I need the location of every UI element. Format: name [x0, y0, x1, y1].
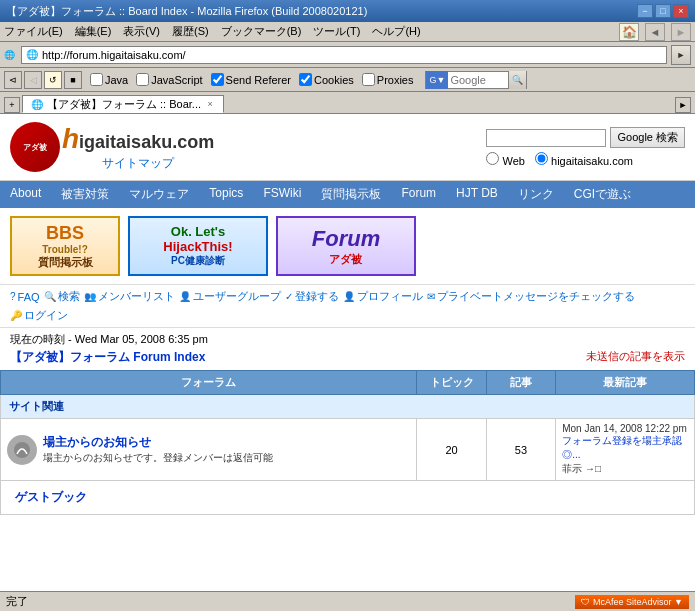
title-bar: 【アダ被】フォーラム :: Board Index - Mozilla Fire… [0, 0, 695, 22]
menu-help[interactable]: ヘルプ(H) [372, 24, 420, 39]
forum-desc: 場主からのお知らせです。登録メンバーは返信可能 [43, 451, 273, 465]
cookies-checkbox-group: Cookies [299, 73, 354, 86]
home-icon[interactable]: 🏠 [619, 23, 639, 41]
nav-forum[interactable]: Forum [391, 181, 446, 208]
address-text[interactable]: http://forum.higaitaisaku.com/ [42, 49, 186, 61]
faq-icon: ? [10, 291, 16, 302]
proxies-checkbox[interactable] [362, 73, 375, 86]
nav-malware[interactable]: マルウェア [119, 181, 199, 208]
logo-area: アダ被 higaitaisaku.com サイトマップ [10, 122, 214, 172]
banner3-line1: Forum [312, 226, 380, 252]
javascript-label: JavaScript [151, 74, 202, 86]
menu-view[interactable]: 表示(V) [123, 24, 160, 39]
quicklink-pm[interactable]: ✉プライベートメッセージをチェックする [427, 289, 635, 304]
guestbook-row: ゲストブック [1, 481, 695, 515]
sendreferer-checkbox[interactable] [211, 73, 224, 86]
javascript-checkbox[interactable] [136, 73, 149, 86]
back-icon[interactable]: ◄ [645, 23, 665, 41]
banner1-line3: 質問掲示板 [38, 255, 93, 270]
google-site-input[interactable] [486, 129, 606, 147]
tab-scroll-icon[interactable]: ► [675, 97, 691, 113]
proxies-checkbox-group: Proxies [362, 73, 414, 86]
guestbook-link[interactable]: ゲストブック [7, 485, 688, 510]
toolbar-icons: ⊲ ◁ ↺ ■ [4, 71, 82, 89]
group-icon: 👤 [179, 291, 191, 302]
refresh-icon[interactable]: ↺ [44, 71, 62, 89]
forum-index-title[interactable]: 【アダ被】フォーラム Forum Index [10, 350, 205, 364]
banner-forum[interactable]: Forum アダ被 [276, 216, 416, 276]
banner-hijack[interactable]: Ok. Let's HijackThis! PC健康診断 [128, 216, 268, 276]
menu-tools[interactable]: ツール(T) [313, 24, 360, 39]
forum-link[interactable]: 場主からのお知らせ [43, 434, 273, 451]
cookies-checkbox[interactable] [299, 73, 312, 86]
tab-icon: 🌐 [31, 99, 43, 110]
menu-edit[interactable]: 編集(E) [75, 24, 112, 39]
prev-icon[interactable]: ◁ [24, 71, 42, 89]
nav-topics[interactable]: Topics [199, 181, 253, 208]
nav-higai[interactable]: 被害対策 [51, 181, 119, 208]
address-label: 🌐 [4, 50, 15, 60]
menu-file[interactable]: ファイル(E) [4, 24, 63, 39]
quicklink-memberlist[interactable]: 👥メンバーリスト [84, 289, 175, 304]
sendreferer-checkbox-group: Send Referer [211, 73, 291, 86]
radio-domain-label[interactable]: higaitaisaku.com [535, 152, 633, 167]
java-checkbox[interactable] [90, 73, 103, 86]
radio-domain[interactable] [535, 152, 548, 165]
address-bar[interactable]: 🌐 http://forum.higaitaisaku.com/ [21, 46, 667, 64]
sitemap-link[interactable]: サイトマップ [62, 155, 214, 172]
pm-icon: ✉ [427, 291, 435, 302]
quicklink-register[interactable]: ✓登録する [285, 289, 339, 304]
quicklink-search[interactable]: 🔍検索 [44, 289, 80, 304]
java-checkbox-group: Java [90, 73, 128, 86]
tab-bar: + 🌐 【アダ被】フォーラム :: Boar... × ► [0, 92, 695, 114]
nav-cgi[interactable]: CGIで遊ぶ [564, 181, 641, 208]
nav-links[interactable]: リンク [508, 181, 564, 208]
forum-name-cell: 場主からのお知らせ 場主からのお知らせです。登録メンバーは返信可能 [1, 419, 417, 481]
unread-link[interactable]: 未送信の記事を表示 [586, 349, 685, 364]
quicklink-usergroups[interactable]: 👤ユーザーグループ [179, 289, 281, 304]
menu-bookmarks[interactable]: ブックマーク(B) [221, 24, 302, 39]
title-bar-text: 【アダ被】フォーラム :: Board Index - Mozilla Fire… [6, 4, 367, 19]
back-nav-icon[interactable]: ⊲ [4, 71, 22, 89]
status-text: 完了 [6, 594, 28, 609]
logo-ada-text: アダ被 [23, 142, 47, 153]
banner2-line3: PC健康診断 [163, 254, 232, 268]
google-icon: G▼ [426, 71, 448, 89]
stop-icon[interactable]: ■ [64, 71, 82, 89]
google-search-button[interactable]: 🔍 [508, 71, 526, 89]
quicklink-profile[interactable]: 👤プロフィール [343, 289, 423, 304]
login-icon: 🔑 [10, 310, 22, 321]
tab-forum[interactable]: 🌐 【アダ被】フォーラム :: Boar... × [22, 95, 224, 113]
tab-label: 【アダ被】フォーラム :: Boar... [47, 97, 201, 112]
radio-web-label[interactable]: Web [486, 152, 524, 167]
go-button[interactable]: ► [671, 45, 691, 65]
google-search-input[interactable] [448, 74, 508, 86]
mcafee-badge[interactable]: 🛡 McAfee SiteAdvisor ▼ [575, 595, 689, 609]
close-button[interactable]: × [673, 4, 689, 18]
logo-circle: アダ被 [10, 122, 60, 172]
menu-history[interactable]: 履歴(S) [172, 24, 209, 39]
google-site-button[interactable]: Google 検索 [610, 127, 685, 148]
nav-about[interactable]: About [0, 181, 51, 208]
new-tab-icon[interactable]: + [4, 97, 20, 113]
minimize-button[interactable]: − [637, 4, 653, 18]
col-topics: トピック [417, 371, 486, 395]
profile-icon: 👤 [343, 291, 355, 302]
maximize-button[interactable]: □ [655, 4, 671, 18]
tab-close-icon[interactable]: × [205, 99, 215, 109]
status-bar: 完了 🛡 McAfee SiteAdvisor ▼ [0, 591, 695, 611]
nav-question[interactable]: 質問掲示板 [311, 181, 391, 208]
radio-web[interactable] [486, 152, 499, 165]
google-search-box: G▼ 🔍 [425, 71, 527, 89]
forum-posts: 53 [486, 419, 555, 481]
quicklink-faq[interactable]: ?FAQ [10, 289, 40, 304]
col-forum: フォーラム [1, 371, 417, 395]
banner2-line2: HijackThis! [163, 239, 232, 254]
nav-hjtdb[interactable]: HJT DB [446, 181, 508, 208]
banner-bbs[interactable]: BBS Trouble!? 質問掲示板 [10, 216, 120, 276]
nav-fswiki[interactable]: FSWiki [253, 181, 311, 208]
quicklink-login[interactable]: 🔑ログイン [10, 308, 68, 323]
latest-topic-link[interactable]: フォーラム登録を場主承認◎... [562, 434, 688, 462]
forward-icon[interactable]: ► [671, 23, 691, 41]
banner3-content: Forum アダ被 [312, 226, 380, 267]
